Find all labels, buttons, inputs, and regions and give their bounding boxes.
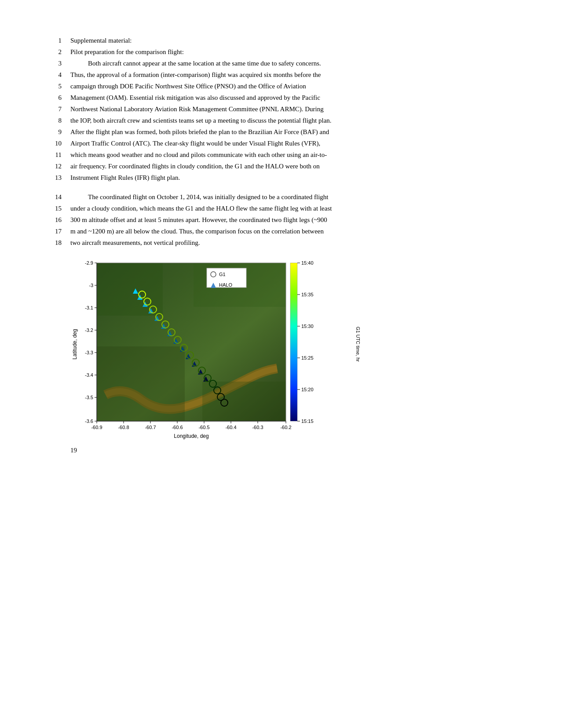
y-label-0: -2.9	[85, 260, 93, 266]
line-text-3: Both aircraft cannot appear at the same …	[70, 58, 515, 69]
colorbar	[290, 263, 297, 421]
y-label-5: -3.4	[85, 372, 93, 378]
colorbar-label: G1 UTC time, hr	[355, 327, 361, 362]
line-15: 15 under a cloudy condition, which means…	[48, 203, 515, 214]
line-num-19: 19	[70, 447, 77, 454]
line-17: 17 m and ~1200 m) are all below the clou…	[48, 226, 515, 237]
line-text-13: Instrument Flight Rules (IFR) flight pla…	[70, 172, 515, 183]
line-num-16: 16	[48, 215, 70, 225]
line-num-12: 12	[48, 161, 70, 171]
line-8: 8 the IOP, both aircraft crew and scient…	[48, 115, 515, 126]
page: 1 Supplemental material: 2 Pilot prepara…	[0, 0, 563, 728]
line-12: 12 air frequency. For coordinated flight…	[48, 161, 515, 171]
line-18: 18 two aircraft measurements, not vertic…	[48, 237, 515, 248]
line-9: 9 After the flight plan was formed, both…	[48, 127, 515, 137]
line-text-11: which means good weather and no cloud an…	[70, 149, 515, 160]
figure-container: -60.9 -60.8 -60.7 -60.6 -60.5 -60.4 -60.…	[48, 258, 515, 454]
line-11: 11 which means good weather and no cloud…	[48, 149, 515, 160]
y-label-6: -3.5	[85, 395, 93, 400]
y-axis-label: Latitude, deg	[72, 329, 78, 359]
cb-label-1: 15:35	[301, 292, 314, 297]
x-label-2: -60.7	[145, 425, 156, 430]
line-num-3: 3	[48, 58, 70, 69]
line-16: 16 300 m altitude offset and at least 5 …	[48, 215, 515, 225]
cb-label-4: 15:20	[301, 387, 314, 392]
line-10: 10 Airport Traffic Control (ATC). The cl…	[48, 138, 515, 149]
line-text-17: m and ~1200 m) are all below the cloud. …	[70, 226, 515, 237]
line-5: 5 campaign through DOE Pacific Northwest…	[48, 81, 515, 91]
line-text-8: the IOP, both aircraft crew and scientis…	[70, 115, 515, 126]
cb-label-3: 15:25	[301, 355, 314, 360]
text-block-2: 14 The coordinated flight on October 1, …	[48, 192, 515, 248]
x-axis-label: Longitude, deg	[174, 433, 208, 439]
line-4: 4 Thus, the approval of a formation (int…	[48, 69, 515, 80]
x-label-0: -60.9	[91, 425, 102, 430]
line-7: 7 Northwest National Laboratory Aviation…	[48, 104, 515, 114]
line-text-18: two aircraft measurements, not vertical …	[70, 237, 515, 248]
legend-g1-label: G1	[219, 272, 226, 277]
x-label-1: -60.8	[118, 425, 129, 430]
line-13: 13 Instrument Flight Rules (IFR) flight …	[48, 172, 515, 183]
chart-wrapper: -60.9 -60.8 -60.7 -60.6 -60.5 -60.4 -60.…	[70, 258, 361, 454]
forest-1	[97, 263, 163, 316]
line-num-13: 13	[48, 172, 70, 183]
line-num-4: 4	[48, 69, 70, 80]
y-label-3: -3.2	[85, 328, 93, 333]
line-text-16: 300 m altitude offset and at least 5 min…	[70, 215, 515, 225]
line-num-1: 1	[48, 35, 70, 46]
y-label-2: -3.1	[85, 305, 93, 310]
line-text-10: Airport Traffic Control (ATC). The clear…	[70, 138, 515, 149]
line-num-5: 5	[48, 81, 70, 91]
line-text-6: Management (OAM). Essential risk mitigat…	[70, 92, 515, 103]
line-num-2: 2	[48, 47, 70, 57]
line-num-6: 6	[48, 92, 70, 103]
line-num-10: 10	[48, 138, 70, 149]
line-num-7: 7	[48, 104, 70, 114]
text-block-1: 1 Supplemental material: 2 Pilot prepara…	[48, 35, 515, 183]
chart-svg: -60.9 -60.8 -60.7 -60.6 -60.5 -60.4 -60.…	[70, 258, 361, 443]
line-num-17: 17	[48, 226, 70, 237]
line-19-container: 19	[70, 447, 361, 454]
line-2: 2 Pilot preparation for the comparison f…	[48, 47, 515, 57]
x-label-5: -60.4	[225, 425, 236, 430]
x-label-4: -60.5	[198, 425, 209, 430]
line-num-18: 18	[48, 237, 70, 248]
line-text-7: Northwest National Laboratory Aviation R…	[70, 104, 515, 114]
line-num-14: 14	[48, 192, 70, 202]
line-num-15: 15	[48, 203, 70, 214]
line-text-5: campaign through DOE Pacific Northwest S…	[70, 81, 515, 91]
line-text-9: After the flight plan was formed, both p…	[70, 127, 515, 137]
y-label-7: -3.6	[85, 419, 93, 424]
line-6: 6 Management (OAM). Essential risk mitig…	[48, 92, 515, 103]
x-label-7: -60.2	[280, 425, 291, 430]
y-label-4: -3.3	[85, 350, 93, 355]
cb-label-2: 15:30	[301, 324, 314, 329]
x-label-3: -60.6	[172, 425, 183, 430]
line-num-11: 11	[48, 149, 70, 160]
line-num-9: 9	[48, 127, 70, 137]
forest-3	[97, 346, 185, 421]
line-14: 14 The coordinated flight on October 1, …	[48, 192, 515, 202]
paragraph-gap-1	[48, 184, 515, 192]
line-3: 3 Both aircraft cannot appear at the sam…	[48, 58, 515, 69]
x-label-6: -60.3	[252, 425, 263, 430]
line-num-8: 8	[48, 115, 70, 126]
line-text-1: Supplemental material:	[70, 35, 515, 46]
line-1: 1 Supplemental material:	[48, 35, 515, 46]
line-text-2: Pilot preparation for the comparison fli…	[70, 47, 515, 57]
cb-label-0: 15:40	[301, 260, 314, 266]
cb-label-5: 15:15	[301, 419, 314, 424]
line-text-15: under a cloudy condition, which means th…	[70, 203, 515, 214]
line-text-12: air frequency. For coordinated flights i…	[70, 161, 515, 171]
line-text-4: Thus, the approval of a formation (inter…	[70, 69, 515, 80]
y-label-1: -3	[89, 283, 93, 288]
line-text-14: The coordinated flight on October 1, 201…	[70, 192, 515, 202]
legend-halo-label: HALO	[219, 282, 232, 288]
